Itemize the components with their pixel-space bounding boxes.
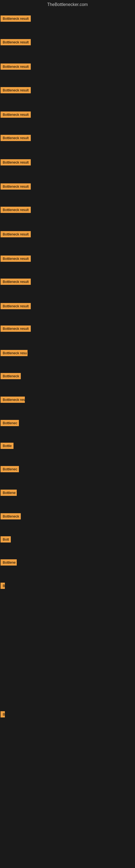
bottleneck-badge[interactable]: Bottleneck result [1, 303, 31, 309]
bottleneck-badge[interactable]: Bott [1, 536, 11, 542]
bottleneck-badge[interactable]: B [1, 583, 5, 589]
bottleneck-badge[interactable]: Bottleneck [1, 513, 21, 520]
list-item: Bottleneck result [1, 279, 31, 286]
list-item: Bottleneck result [1, 303, 31, 310]
list-item: Bottleneck [1, 513, 21, 521]
list-item: Bottlene [1, 490, 17, 497]
bottleneck-badge[interactable]: Bottleneck result [1, 112, 31, 118]
list-item: Bottleneck [1, 373, 21, 380]
list-item: Bott [1, 536, 11, 544]
list-item: Bottleneck result [1, 39, 31, 46]
site-title-text: TheBottlenecker.com [47, 2, 88, 7]
bottleneck-badge[interactable]: Bottleneck result [1, 16, 31, 22]
list-item: B [1, 711, 5, 718]
list-item: Bottleneck result [1, 207, 31, 214]
site-title: TheBottlenecker.com [0, 0, 135, 9]
list-item: Bottleneck result [1, 112, 31, 119]
list-item: Bottlenec [1, 420, 19, 427]
bottleneck-badge[interactable]: Bottleneck [1, 373, 21, 379]
list-item: Bottleneck result [1, 63, 31, 71]
list-item: Bottleneck result [1, 183, 31, 191]
bottleneck-badge[interactable]: Bottleneck result [1, 87, 31, 93]
bottleneck-badge[interactable]: Bottlenec [1, 420, 19, 426]
list-item: Bottleneck result [1, 255, 31, 263]
bottleneck-badge[interactable]: Bottleneck result [1, 63, 31, 70]
list-item: Bottleneck result [1, 159, 31, 166]
bottleneck-badge[interactable]: Bottleneck res [1, 397, 25, 403]
list-item: Bottleneck resu [1, 350, 28, 357]
list-item: Bottlenec [1, 466, 19, 473]
bottleneck-badge[interactable]: Bottleneck result [1, 159, 31, 165]
bottleneck-badge[interactable]: Bottleneck result [1, 39, 31, 45]
bottleneck-badge[interactable]: Bottlenec [1, 466, 19, 472]
list-item: Bottleneck result [1, 135, 31, 142]
bottleneck-badge[interactable]: Bottleneck result [1, 207, 31, 213]
bottleneck-badge[interactable]: Bottleneck result [1, 279, 31, 285]
list-item: B [1, 583, 5, 590]
list-item: Bottleneck result [1, 87, 31, 94]
bottleneck-badge[interactable]: Bottleneck resu [1, 350, 28, 356]
list-item: Bottleneck result [1, 231, 31, 239]
bottleneck-badge[interactable]: Bottle [1, 443, 13, 449]
list-item: Bottleneck result [1, 326, 31, 333]
bottleneck-badge[interactable]: Bottleneck result [1, 183, 31, 190]
list-item: Bottlene [1, 559, 17, 567]
bottleneck-badge[interactable]: Bottlene [1, 490, 17, 496]
bottleneck-badge[interactable]: Bottleneck result [1, 231, 31, 237]
list-item: Bottle [1, 443, 13, 450]
bottleneck-badge[interactable]: B [1, 711, 5, 717]
list-item: Bottleneck res [1, 397, 25, 404]
bottleneck-badge[interactable]: Bottleneck result [1, 326, 31, 332]
bottleneck-badge[interactable]: Bottleneck result [1, 135, 31, 141]
bottleneck-badge[interactable]: Bottleneck result [1, 255, 31, 262]
bottleneck-badge[interactable]: Bottlene [1, 559, 17, 565]
list-item: Bottleneck result [1, 16, 31, 23]
